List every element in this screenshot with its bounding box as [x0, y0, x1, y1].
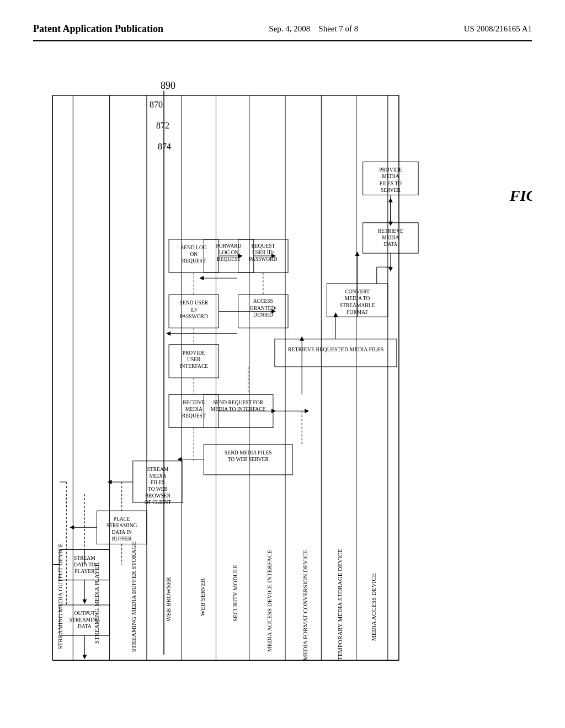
- svg-text:MEDIA: MEDIA: [185, 406, 202, 413]
- arrow9-head: [355, 251, 360, 256]
- step-retrieve-media: [275, 339, 397, 367]
- step-send-log-on-text: SEND LOG: [181, 244, 207, 250]
- arrow8-head: [333, 313, 338, 317]
- step-place-buffer-text: PLACE: [114, 516, 130, 522]
- label-870: 870: [150, 100, 163, 109]
- arrow14-head: [70, 525, 74, 529]
- col5-label: WEB SERVER: [199, 578, 206, 616]
- svg-text:MEDIA: MEDIA: [382, 234, 399, 240]
- arrow-madi-up: [300, 336, 304, 341]
- svg-text:TO WEB SERVER: TO WEB SERVER: [228, 456, 269, 462]
- diagram-area: FIG. 9 890 STREAMING MEDIA OUTPUT DEVICE…: [33, 58, 532, 676]
- svg-text:STREAMING: STREAMING: [70, 617, 100, 623]
- svg-text:INTERFACE: INTERFACE: [179, 363, 208, 369]
- svg-text:USER ID/: USER ID/: [252, 249, 274, 255]
- col1-label: STREAMING MEDIA OUTPUT DEVICE: [57, 543, 63, 649]
- svg-text:MEDIA: MEDIA: [382, 174, 399, 180]
- step-send-request-media-text: SEND REQUEST FOR: [213, 399, 264, 405]
- col3-label: STREAMING MEDIA BUFFER STORAGE: [130, 542, 137, 652]
- arrow16-head: [82, 599, 87, 604]
- step-access-granted-text: ACCESS: [253, 298, 273, 304]
- svg-text:USER: USER: [187, 356, 201, 362]
- svg-text:ID/: ID/: [190, 307, 198, 313]
- publication-title: Patent Application Publication: [33, 22, 163, 36]
- svg-text:BUFFER: BUFFER: [112, 536, 132, 542]
- svg-text:FILES TO: FILES TO: [380, 180, 402, 186]
- step-stream-media-text: STREAM: [147, 466, 169, 472]
- step-retrieve-media-data-text: RETRIEVE: [378, 228, 403, 234]
- step-send-userid-text: SEND USER: [179, 300, 208, 306]
- svg-text:PASSWORD: PASSWORD: [249, 256, 277, 262]
- sheet-info: Sheet 7 of 8: [318, 24, 358, 33]
- arrow10-head: [388, 267, 393, 271]
- col10-label: MEDIA ACCESS DEVICE: [370, 574, 377, 641]
- svg-text:MEDIA: MEDIA: [149, 473, 166, 479]
- svg-text:DATA: DATA: [384, 241, 398, 247]
- svg-text:REQUEST: REQUEST: [182, 413, 206, 419]
- arrow17-head: [82, 655, 87, 659]
- figure-label: FIG. 9: [509, 187, 532, 204]
- col8-label: MEDIA FORMAT CONVERSION DEVICE: [302, 550, 308, 660]
- svg-text:PLAYER: PLAYER: [74, 568, 95, 574]
- label-890: 890: [161, 80, 175, 91]
- figure-9-svg: FIG. 9 890 STREAMING MEDIA OUTPUT DEVICE…: [33, 58, 532, 676]
- page: Patent Application Publication Sep. 4, 2…: [0, 0, 565, 728]
- svg-text:SERVER: SERVER: [381, 187, 401, 193]
- publication-date: Sep. 4, 2008: [269, 24, 310, 33]
- arrow5-head: [166, 331, 170, 336]
- step-output-streaming-text: OUTPUT: [74, 610, 95, 616]
- label-872: 872: [156, 121, 169, 130]
- step-forward-log-on-text: FORWARD: [216, 243, 242, 249]
- svg-text:OF CLIENT: OF CLIENT: [145, 499, 172, 505]
- svg-text:ON: ON: [190, 251, 198, 257]
- svg-text:STREAMING: STREAMING: [106, 522, 137, 528]
- arrow3-head: [199, 276, 204, 280]
- col7-label: MEDIA ACCESS DEVICE INTERFACE: [266, 550, 273, 652]
- col9-label: TEMPORARY MEDIA STORAGE DEVICE: [337, 549, 343, 660]
- patent-number: US 2008/216165 A1: [464, 22, 532, 35]
- arrow7-head: [305, 409, 309, 414]
- header-center: Sep. 4, 2008 Sheet 7 of 8: [269, 22, 358, 35]
- header: Patent Application Publication Sep. 4, 2…: [33, 22, 532, 41]
- svg-text:DATA: DATA: [78, 623, 92, 629]
- label-874: 874: [158, 142, 171, 151]
- svg-text:GRANTED/: GRANTED/: [250, 305, 277, 311]
- svg-text:PASSWORD: PASSWORD: [180, 313, 208, 319]
- col6-label: SECURITY MODULE: [232, 565, 238, 622]
- svg-text:FILES: FILES: [151, 479, 164, 485]
- col4-label: WEB BROWSER: [165, 577, 172, 622]
- svg-text:LOG ON: LOG ON: [219, 249, 239, 255]
- col2-label: STREAMING MEDIA PLAYER: [93, 562, 100, 644]
- svg-text:REQUEST: REQUEST: [182, 258, 206, 264]
- svg-text:BROWSER: BROWSER: [145, 493, 171, 499]
- svg-text:TO WEB: TO WEB: [148, 486, 168, 492]
- svg-text:DATA IN: DATA IN: [111, 529, 132, 536]
- step-receive-media-request-text: RECEIVE: [183, 399, 205, 405]
- step-send-media-files-text: SEND MEDIA FILES: [225, 449, 272, 456]
- svg-text:DENIED: DENIED: [253, 312, 273, 318]
- step-retrieve-media-text: RETRIEVE REQUESTED MEDIA FILES: [288, 346, 384, 352]
- step-provide-interface-text: PROVIDE: [183, 350, 205, 356]
- arrow-provide-up: [388, 198, 393, 202]
- step-request-userid-text: REQUEST: [251, 243, 275, 249]
- step-provide-media-files-text: PROVIDE: [379, 167, 402, 173]
- svg-text:REQUEST: REQUEST: [217, 256, 241, 262]
- svg-text:MEDIA TO INTERFACE: MEDIA TO INTERFACE: [211, 406, 266, 413]
